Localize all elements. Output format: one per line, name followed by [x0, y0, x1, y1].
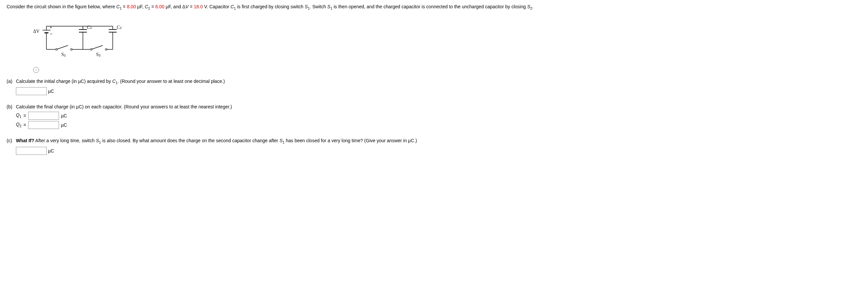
part-c-label: (c)	[7, 137, 16, 155]
q2-input[interactable]	[28, 121, 59, 129]
minus-label: −	[50, 31, 52, 36]
intro-text: is first charged by closing switch	[236, 4, 305, 9]
s1-symbol: S	[305, 4, 308, 9]
q1-input[interactable]	[28, 112, 59, 120]
intro-text: Consider the circuit shown in the figure…	[7, 4, 116, 9]
eq: =	[150, 4, 155, 9]
part-a-prompt: Calculate the initial charge (in µC) acq…	[16, 78, 861, 86]
c1-symbol: C	[116, 4, 120, 9]
svg-line-20	[91, 46, 103, 50]
v-symbol: V	[185, 4, 188, 9]
problem-statement: Consider the circuit shown in the figure…	[7, 3, 861, 11]
part-b-label: (b)	[7, 103, 16, 129]
svg-line-15	[56, 46, 68, 50]
info-icon[interactable]: i	[33, 67, 39, 73]
circuit-figure: ΔV + − C₁ C₂ S₁ S₂ i	[30, 20, 861, 73]
c1-unit: µF,	[136, 4, 145, 9]
plus-label: +	[50, 25, 52, 30]
part-a: (a) Calculate the initial charge (in µC)…	[7, 78, 861, 95]
intro-text: is then opened, and the charged capacito…	[332, 4, 527, 9]
q2-unit: µC	[61, 122, 67, 129]
part-a-input[interactable]	[16, 87, 47, 95]
eq: =	[189, 4, 194, 9]
q1-unit: µC	[61, 112, 67, 119]
eq: =	[122, 4, 127, 9]
switch1-label: S₁	[61, 52, 66, 57]
circuit-svg: ΔV + − C₁ C₂ S₁ S₂	[30, 20, 136, 66]
s2-symbol: S	[527, 4, 530, 9]
c2-value: 6.00	[155, 4, 164, 9]
part-b-prompt: Calculate the final charge (in µC) on ea…	[16, 103, 861, 111]
c2-symbol: C	[145, 4, 148, 9]
v-value: 18.0	[194, 4, 203, 9]
part-b: (b) Calculate the final charge (in µC) o…	[7, 103, 861, 129]
part-c-input[interactable]	[16, 147, 47, 155]
intro-text: . Switch	[310, 4, 327, 9]
what-if-label: What If?	[16, 138, 34, 143]
c1b-symbol: C	[230, 4, 234, 9]
v-unit: V. Capacitor	[203, 4, 231, 9]
intro-text: .	[532, 4, 533, 9]
c1-value: 8.00	[127, 4, 136, 9]
part-c-unit: µC	[48, 148, 54, 153]
cap1-label: C₁	[87, 25, 92, 30]
part-a-unit: µC	[48, 89, 54, 94]
part-c: (c) What If? After a very long time, swi…	[7, 137, 861, 155]
cap2-label: C₂	[117, 25, 122, 30]
switch2-label: S₂	[96, 52, 101, 57]
part-c-prompt: What If? After a very long time, switch …	[16, 137, 861, 145]
part-a-label: (a)	[7, 78, 16, 95]
c2-unit: µF, and Δ	[164, 4, 185, 9]
delta-v-label: ΔV	[33, 29, 39, 34]
